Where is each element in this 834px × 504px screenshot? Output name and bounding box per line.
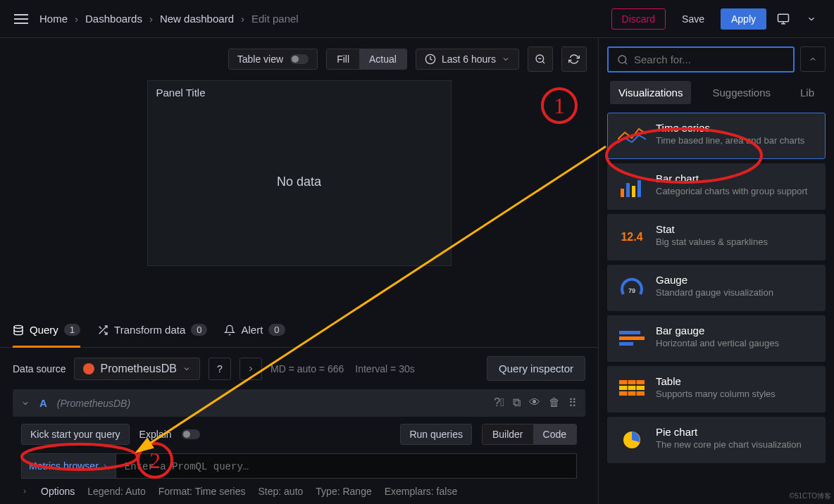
chevron-down-icon[interactable]	[800, 8, 823, 30]
promql-input-wrapper	[116, 453, 577, 479]
svg-rect-13	[621, 189, 624, 197]
prometheus-icon	[83, 363, 94, 374]
svg-rect-21	[619, 380, 645, 384]
code-button[interactable]: Code	[533, 424, 576, 444]
explain-label: Explain	[139, 429, 172, 440]
help-button[interactable]: ?	[208, 358, 231, 380]
collapse-button[interactable]	[800, 46, 826, 72]
query-row-a[interactable]: A (PrometheusDB) ?⃝ ⧉ 👁 🗑 ⠿	[13, 389, 585, 417]
builder-button[interactable]: Builder	[483, 424, 533, 444]
fill-actual-segment: Fill Actual	[326, 49, 407, 70]
svg-line-10	[99, 326, 101, 328]
fill-button[interactable]: Fill	[327, 49, 359, 69]
table-icon	[616, 375, 647, 403]
chevron-down-icon	[21, 399, 30, 408]
menu-icon[interactable]	[11, 11, 31, 27]
tab-visualizations[interactable]: Visualizations	[610, 81, 691, 104]
svg-rect-0	[778, 14, 789, 22]
switch-icon	[290, 54, 309, 64]
eye-icon[interactable]: 👁	[529, 396, 540, 410]
bar-chart-icon	[616, 172, 647, 201]
svg-point-11	[618, 56, 626, 63]
svg-line-5	[542, 61, 544, 63]
chevron-right-icon	[101, 462, 108, 470]
tab-query[interactable]: Query 1	[13, 324, 80, 340]
search-input[interactable]	[634, 53, 785, 65]
drag-icon[interactable]: ⠿	[568, 396, 577, 410]
svg-rect-15	[632, 186, 635, 197]
svg-line-12	[625, 62, 627, 64]
panel-title: Panel Title	[148, 81, 451, 104]
bar-gauge-icon	[616, 325, 647, 353]
tab-alert[interactable]: Alert 0	[224, 324, 285, 340]
svg-rect-16	[637, 180, 641, 197]
query-source: (PrometheusDB)	[57, 398, 130, 409]
save-button[interactable]: Save	[671, 8, 715, 30]
transform-icon	[97, 325, 108, 336]
database-icon	[13, 325, 24, 336]
breadcrumb-edit-panel: Edit panel	[251, 13, 299, 25]
tab-library[interactable]: Lib	[792, 81, 823, 104]
search-icon	[617, 54, 628, 65]
breadcrumb-dashboards[interactable]: Dashboards	[85, 13, 142, 25]
breadcrumb-new-dashboard[interactable]: New dashboard	[160, 13, 234, 25]
viz-stat[interactable]: 12.4 StatBig stat values & sparklines	[607, 214, 826, 260]
tab-suggestions[interactable]: Suggestions	[704, 81, 779, 104]
help-icon[interactable]: ?⃝	[494, 396, 504, 410]
panel-no-data: No data	[148, 104, 451, 189]
svg-rect-14	[626, 183, 630, 197]
discard-button[interactable]: Discard	[611, 8, 666, 30]
svg-point-7	[14, 325, 23, 328]
viz-time-series[interactable]: Time seriesTime based line, area and bar…	[607, 113, 826, 159]
run-queries-button[interactable]: Run queries	[400, 424, 472, 445]
chevron-down-icon	[182, 365, 191, 373]
kick-start-button[interactable]: Kick start your query	[21, 424, 130, 445]
actual-button[interactable]: Actual	[359, 49, 406, 69]
query-inspector-button[interactable]: Query inspector	[487, 356, 585, 381]
zoom-out-button[interactable]	[528, 46, 553, 72]
alert-count-badge: 0	[268, 324, 285, 336]
viz-pie-chart[interactable]: Pie chartThe new core pie chart visualiz…	[607, 417, 826, 463]
gauge-icon: 79	[616, 274, 647, 302]
promql-input[interactable]	[125, 461, 568, 472]
tab-transform[interactable]: Transform data 0	[97, 324, 207, 340]
viz-gauge[interactable]: 79 GaugeStandard gauge visualization	[607, 265, 826, 311]
table-view-toggle[interactable]: Table view	[228, 49, 318, 70]
panel-preview: Panel Title No data	[147, 80, 452, 266]
transform-count-badge: 0	[191, 324, 207, 336]
chevron-right-icon	[21, 488, 28, 495]
svg-rect-22	[619, 386, 645, 390]
watermark: ©51CTO博客	[790, 491, 831, 501]
svg-rect-18	[619, 331, 640, 334]
time-series-icon	[616, 122, 647, 150]
svg-rect-19	[619, 336, 645, 340]
refresh-button[interactable]	[561, 46, 587, 72]
viz-bar-gauge[interactable]: Bar gaugeHorizontal and vertical gauges	[607, 315, 826, 362]
breadcrumb-home[interactable]: Home	[39, 13, 68, 25]
datasource-label: Data source	[13, 363, 66, 374]
svg-rect-20	[619, 342, 633, 346]
datasource-select[interactable]: PrometheusDB	[74, 358, 200, 380]
search-input-wrapper	[607, 46, 795, 73]
stat-icon: 12.4	[616, 223, 647, 251]
explain-toggle[interactable]	[182, 429, 200, 439]
viz-table[interactable]: TableSupports many column styles	[607, 366, 826, 412]
monitor-icon[interactable]	[772, 8, 795, 30]
expand-button[interactable]	[239, 358, 262, 380]
svg-rect-23	[619, 391, 645, 396]
bell-icon	[224, 325, 235, 336]
time-range-picker[interactable]: Last 6 hours	[416, 49, 519, 70]
query-count-badge: 1	[64, 324, 80, 336]
pie-chart-icon	[616, 426, 647, 454]
chevron-down-icon	[502, 55, 510, 63]
copy-icon[interactable]: ⧉	[513, 396, 521, 410]
breadcrumb: Home › Dashboards › New dashboard › Edit…	[39, 13, 299, 25]
trash-icon[interactable]: 🗑	[549, 396, 560, 410]
clock-icon	[425, 53, 436, 65]
apply-button[interactable]: Apply	[721, 8, 766, 30]
viz-bar-chart[interactable]: Bar chartCategorical charts with group s…	[607, 163, 826, 210]
options-row[interactable]: Options Legend: Auto Format: Time series…	[0, 486, 598, 504]
datasource-info: MD = auto = 666 Interval = 30s	[270, 363, 415, 374]
svg-text:79: 79	[628, 287, 635, 294]
metrics-browser-button[interactable]: Metrics browser	[21, 453, 116, 479]
